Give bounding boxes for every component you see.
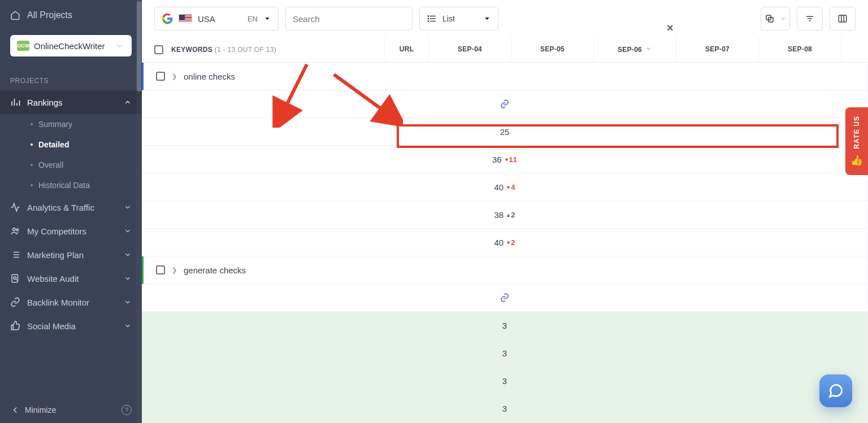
- view-mode-selector[interactable]: List: [419, 7, 498, 30]
- help-icon[interactable]: ?: [121, 405, 132, 415]
- rank-cell: 25: [142, 118, 868, 146]
- chevron-down-icon: [124, 274, 132, 282]
- caret-down-icon: ▾: [507, 239, 510, 246]
- dot-icon: [31, 143, 33, 146]
- url-cell[interactable]: [142, 284, 868, 312]
- search-doc-icon: [10, 273, 20, 284]
- rank-delta: ▾2: [507, 238, 515, 247]
- sidebar-subitem-label: Summary: [38, 120, 72, 129]
- select-all-checkbox[interactable]: [154, 45, 163, 54]
- search-field[interactable]: [285, 7, 413, 30]
- rate-us-label: RATE US: [853, 116, 861, 149]
- col-date-SEP-08[interactable]: SEP-08: [759, 37, 841, 62]
- chevron-down-icon: [124, 227, 132, 235]
- minimize-label[interactable]: Minimize: [25, 405, 56, 415]
- rank-value: 38: [494, 210, 504, 220]
- keyword-cell[interactable]: ❯ online checks: [142, 63, 868, 90]
- row-checkbox[interactable]: [156, 72, 165, 81]
- close-column-icon[interactable]: ✕: [666, 23, 674, 33]
- view-mode-label: List: [442, 14, 455, 23]
- flag-usa-icon: [179, 14, 192, 23]
- sidebar-item-my-competitors[interactable]: My Competitors: [0, 219, 142, 243]
- keyword-text: online checks: [184, 72, 235, 81]
- chevron-down-icon: [115, 41, 125, 51]
- chevron-down-icon: [124, 251, 132, 259]
- sidebar-subitem-overall[interactable]: Overall: [21, 155, 142, 175]
- project-selector[interactable]: OCW OnlineCheckWriter: [10, 35, 132, 56]
- project-name: OnlineCheckWriter: [34, 41, 110, 51]
- row-checkbox[interactable]: [156, 265, 165, 274]
- rank-value: 40: [494, 238, 504, 247]
- sidebar-item-analytics-traffic[interactable]: Analytics & Traffic: [0, 195, 142, 219]
- chevron-down-icon: [124, 203, 132, 211]
- sidebar-item-rankings[interactable]: Rankings: [0, 90, 142, 114]
- sidebar-scrollbar[interactable]: [136, 0, 142, 423]
- sidebar-subitem-detailed[interactable]: Detailed: [21, 134, 142, 155]
- sidebar-item-label: Social Media: [27, 321, 76, 331]
- all-projects-label: All Projects: [27, 10, 72, 20]
- sidebar-item-backlink-monitor[interactable]: Backlink Monitor: [0, 290, 142, 314]
- sidebar-subitem-historical-data[interactable]: Historical Data: [21, 175, 142, 195]
- sidebar-item-marketing-plan[interactable]: Marketing Plan: [0, 243, 142, 267]
- language-label: EN: [248, 15, 258, 23]
- caret-down-icon: [780, 16, 786, 21]
- rate-us-tab[interactable]: RATE US 👍: [845, 107, 868, 175]
- chat-button[interactable]: [819, 374, 852, 407]
- col-keywords[interactable]: KEYWORDS (1 - 13 OUT OF 13): [142, 37, 385, 62]
- svg-point-10: [428, 21, 429, 22]
- expand-caret-icon[interactable]: ❯: [172, 267, 177, 274]
- col-keywords-label: KEYWORDS (1 - 13 OUT OF 13): [171, 46, 276, 54]
- sidebar-item-label: Website Audit: [27, 274, 79, 284]
- chevron-up-icon: [124, 98, 132, 106]
- svg-rect-16: [839, 15, 847, 22]
- all-projects-link[interactable]: All Projects: [10, 10, 132, 20]
- search-input[interactable]: [293, 14, 400, 24]
- arrow-left-icon[interactable]: [10, 405, 20, 415]
- rank-cell: 3: [142, 395, 868, 422]
- col-url[interactable]: URL: [385, 37, 429, 62]
- svg-point-3: [14, 277, 16, 280]
- rank-cell: 40▾2: [142, 229, 868, 256]
- col-date-SEP-04[interactable]: SEP-04: [429, 37, 511, 62]
- rank-value: 3: [502, 321, 507, 330]
- rankings-table: KEYWORDS (1 - 13 OUT OF 13) URL SEP-04 S…: [142, 37, 868, 423]
- users-icon: [10, 226, 20, 236]
- main-panel: USA EN List: [142, 0, 868, 423]
- sidebar-footer: Minimize ?: [0, 397, 142, 423]
- activity-icon: [10, 202, 20, 212]
- sidebar-item-social-media[interactable]: Social Media: [0, 314, 142, 338]
- sidebar: All Projects OCW OnlineCheckWriter PROJE…: [0, 0, 142, 423]
- rank-value: 3: [502, 348, 507, 358]
- copy-button[interactable]: [761, 7, 790, 30]
- url-cell[interactable]: [142, 90, 868, 118]
- rank-delta: ▾11: [505, 155, 517, 164]
- link-icon: [10, 297, 20, 307]
- col-date-SEP-07[interactable]: SEP-07: [676, 37, 759, 62]
- sidebar-subitem-summary[interactable]: Summary: [21, 114, 142, 134]
- sidebar-subitem-label: Historical Data: [38, 181, 90, 190]
- sidebar-scrollbar-thumb[interactable]: [137, 1, 141, 91]
- svg-rect-2: [12, 274, 18, 282]
- sidebar-item-label: Marketing Plan: [27, 250, 84, 260]
- expand-caret-icon[interactable]: ❯: [172, 73, 177, 80]
- list-icon: [10, 250, 20, 260]
- project-badge: OCW: [17, 41, 29, 51]
- thumb-icon: [10, 321, 20, 331]
- col-date-SEP-05[interactable]: SEP-05: [511, 37, 594, 62]
- caret-down-icon: ▾: [507, 184, 510, 190]
- sidebar-item-label: Rankings: [27, 98, 63, 107]
- projects-section-label: PROJECTS: [0, 62, 142, 90]
- rank-value: 36: [492, 155, 502, 164]
- sidebar-subitem-label: Detailed: [38, 140, 69, 149]
- chevron-down-icon: [483, 15, 491, 23]
- country-label: USA: [198, 14, 242, 24]
- rank-delta: ▴2: [507, 211, 515, 219]
- col-date-SEP-06[interactable]: ✕ SEP-06: [594, 37, 676, 62]
- filter-button[interactable]: [797, 7, 823, 30]
- nav: Rankings SummaryDetailedOverallHistorica…: [0, 90, 142, 338]
- columns-button[interactable]: [830, 7, 856, 30]
- keyword-cell[interactable]: ❯ generate checks: [142, 256, 868, 284]
- sidebar-item-website-audit[interactable]: Website Audit: [0, 267, 142, 290]
- country-selector[interactable]: USA EN: [154, 7, 279, 30]
- dot-icon: [31, 123, 33, 125]
